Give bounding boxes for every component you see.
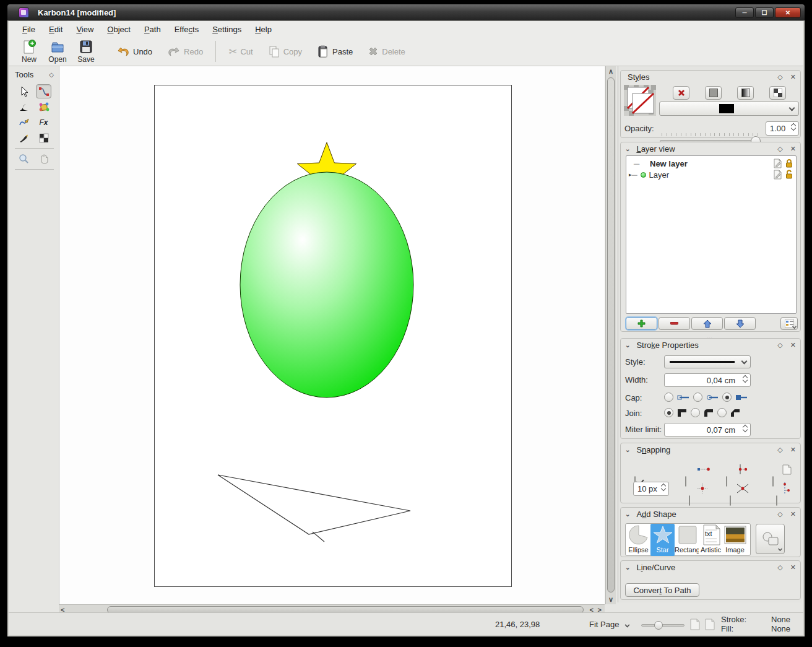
snap-extension-checkbox[interactable] [776,495,777,506]
add-layer-button[interactable] [626,317,657,330]
tool-calligraphy[interactable] [16,131,32,145]
collapse-icon[interactable]: ⌄ [625,342,630,349]
snap-bbox-checkbox[interactable] [772,476,774,487]
copy-button[interactable]: Copy [261,39,309,64]
layer-view-float-icon[interactable]: ◇ [777,145,782,153]
snap-node-checkbox[interactable] [726,476,727,487]
shape-star[interactable]: Star [650,524,675,556]
undo-button[interactable]: Undo [109,39,160,64]
snapping-close-icon[interactable]: ✕ [790,446,796,454]
layer-row-new-layer[interactable]: ─ New layer [626,158,796,169]
new-button[interactable]: New [15,38,43,65]
menu-settings[interactable]: Settings [206,23,248,36]
raise-layer-button[interactable] [691,317,723,330]
fill-solid-button[interactable] [705,86,722,100]
collapse-icon[interactable]: ⌄ [625,511,630,518]
close-button[interactable]: ✕ [775,7,801,18]
add-shape-close-icon[interactable]: ✕ [790,510,796,518]
zoom-width-icon[interactable] [704,619,715,630]
maximize-button[interactable]: ☐ [755,7,774,18]
tool-pattern[interactable] [36,131,51,145]
zoom-slider[interactable] [641,624,685,627]
fill-none-button[interactable] [673,86,689,100]
stroke-float-icon[interactable]: ◇ [777,341,782,349]
cap-round-radio[interactable] [693,393,702,402]
scroll-up-icon[interactable]: ∧ [606,67,616,76]
open-button[interactable]: Open [43,38,72,65]
join-miter-radio[interactable] [664,408,673,417]
snap-orthogonal-checkbox[interactable] [685,476,686,487]
drawing-shapes[interactable] [155,85,512,588]
add-shape-float-icon[interactable]: ◇ [777,510,782,518]
collapse-icon[interactable]: ⌄ [625,145,630,152]
minimize-button[interactable]: ─ [735,7,754,18]
zoom-slider-handle[interactable] [654,621,663,630]
join-round-radio[interactable] [691,408,700,417]
menu-help[interactable]: Help [249,23,278,36]
vertical-scroll-thumb[interactable] [607,77,615,593]
miter-limit-spinbox[interactable]: 0,07 cm [664,423,751,436]
menu-edit[interactable]: Edit [43,23,69,36]
shape-rectangle[interactable]: Rectangle [675,524,699,556]
zoom-page-icon[interactable] [689,619,701,630]
scroll-down-icon[interactable]: ∨ [606,595,616,604]
tool-pattern-edit[interactable] [16,100,32,114]
stroke-close-icon[interactable]: ✕ [790,341,796,349]
tool-pan[interactable] [36,152,51,166]
cut-button[interactable]: ✂ Cut [221,39,260,64]
cap-square-radio[interactable] [722,393,732,402]
paste-button[interactable]: Paste [309,39,360,64]
shape-image[interactable]: Image [723,524,747,556]
layer-edit-icon[interactable] [773,158,782,168]
shape-artistic-text[interactable]: txt Artistic [699,524,723,556]
zoom-mode-dropdown[interactable]: Fit Page [589,620,629,629]
snap-grid-checkbox[interactable] [689,495,690,506]
line-curve-close-icon[interactable]: ✕ [790,563,796,571]
styles-close-icon[interactable]: ✕ [790,73,796,81]
line-style-combobox[interactable] [664,355,751,368]
layer-edit-icon[interactable] [773,170,782,180]
layer-lock-open-icon[interactable] [785,170,793,180]
tool-edit-path[interactable] [36,84,51,98]
snapping-float-icon[interactable]: ◇ [777,446,782,454]
document-page[interactable] [154,85,512,587]
snap-intersection-checkbox[interactable] [730,495,731,506]
tool-zoom[interactable] [16,152,32,166]
collapse-icon[interactable]: ⌄ [625,446,630,453]
color-combobox[interactable] [659,102,799,116]
vertical-scrollbar[interactable]: ∧ ∨ [605,66,616,604]
tool-effects[interactable]: Fx [36,115,51,129]
title-bar[interactable]: Karbon14 [modified] ─ ☐ ✕ [7,4,805,20]
layer-lock-closed-icon[interactable] [785,158,793,168]
tool-gradient-edit[interactable] [36,100,51,114]
width-spinbox[interactable]: 0,04 cm [664,373,751,387]
redo-button[interactable]: Redo [160,39,210,64]
styles-float-icon[interactable]: ◇ [777,73,782,81]
more-shapes-button[interactable] [756,524,785,554]
save-button[interactable]: Save [72,38,100,65]
view-mode-button[interactable] [780,317,798,330]
menu-file[interactable]: File [16,23,41,36]
tool-select[interactable] [16,84,32,98]
join-bevel-radio[interactable] [717,408,727,417]
collapse-icon[interactable]: ⌄ [625,564,630,571]
delete-button[interactable]: Delete [360,39,413,64]
shape-ellipse[interactable]: Ellipse [626,524,650,556]
fill-stroke-preview[interactable] [624,85,656,116]
layer-visible-icon[interactable] [641,172,646,178]
cap-butt-radio[interactable] [664,393,673,402]
menu-path[interactable]: Path [138,23,167,36]
line-curve-float-icon[interactable]: ◇ [777,563,782,571]
menu-view[interactable]: View [70,23,100,36]
lower-layer-button[interactable] [724,317,756,330]
layer-row-layer[interactable]: ▸ ─ Layer [626,169,796,180]
menu-effects[interactable]: Effects [168,23,205,36]
fill-pattern-button[interactable] [769,86,786,100]
fill-gradient-button[interactable] [737,86,754,100]
canvas-area[interactable] [59,66,605,604]
tool-pencil[interactable] [16,115,32,129]
menu-object[interactable]: Object [101,23,137,36]
remove-layer-button[interactable] [659,317,690,330]
convert-to-path-button[interactable]: Convert To Path [625,583,699,597]
snap-distance-spinbox[interactable]: 10 px [633,482,669,496]
